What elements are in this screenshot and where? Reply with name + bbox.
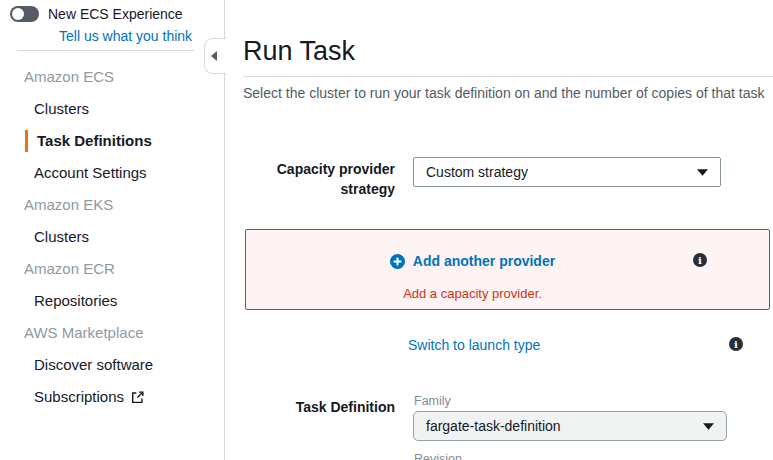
sidebar-item-label: Subscriptions	[34, 381, 124, 413]
family-value: fargate-task-definition	[426, 418, 561, 434]
capacity-strategy-dropdown[interactable]: Custom strategy	[413, 157, 721, 187]
switch-to-launch-type-link[interactable]: Switch to launch type	[408, 337, 540, 353]
feedback-link[interactable]: Tell us what you think	[59, 28, 192, 44]
info-icon[interactable]: i	[693, 253, 707, 267]
sidebar-item-label: Account Settings	[34, 157, 147, 189]
revision-caption: Revision	[414, 452, 462, 460]
sidebar-nav: Amazon ECS Clusters Task Definitions Acc…	[0, 61, 223, 413]
new-experience-toggle[interactable]	[10, 6, 39, 22]
caret-down-icon	[697, 169, 708, 176]
info-icon[interactable]: i	[729, 337, 743, 351]
sidebar-item-repositories[interactable]: Repositories	[0, 285, 223, 317]
capacity-provider-error-box: Add another provider i Add a capacity pr…	[245, 229, 770, 310]
plus-circle-icon	[390, 254, 405, 269]
toggle-knob	[12, 8, 24, 20]
nav-header-amazon-eks: Amazon EKS	[0, 189, 223, 221]
title-divider	[243, 76, 773, 77]
sidebar-item-label: Repositories	[34, 285, 117, 317]
sidebar-item-label: Clusters	[34, 93, 89, 125]
svg-text:i: i	[698, 255, 702, 266]
sidebar-item-ecs-clusters[interactable]: Clusters	[0, 93, 223, 125]
sidebar: New ECS Experience Tell us what you thin…	[0, 0, 225, 460]
sidebar-divider	[17, 50, 194, 51]
main-content: Run Task Select the cluster to run your …	[226, 0, 773, 460]
family-dropdown[interactable]: fargate-task-definition	[413, 411, 727, 441]
active-indicator-bar	[25, 130, 28, 152]
page-description: Select the cluster to run your task defi…	[243, 85, 773, 101]
nav-header-aws-marketplace: AWS Marketplace	[0, 317, 223, 349]
svg-text:i: i	[734, 339, 738, 350]
capacity-provider-strategy-label: Capacity provider strategy	[226, 159, 395, 199]
caret-down-icon	[703, 423, 714, 430]
new-experience-toggle-row: New ECS Experience	[10, 6, 183, 22]
sidebar-item-account-settings[interactable]: Account Settings	[0, 157, 223, 189]
add-another-provider-link[interactable]: Add another provider	[246, 253, 699, 269]
external-link-icon	[131, 391, 144, 404]
capacity-strategy-value: Custom strategy	[426, 164, 528, 180]
task-definition-label: Task Definition	[226, 397, 395, 417]
error-message: Add a capacity provider.	[246, 286, 699, 301]
sidebar-collapse-button[interactable]	[204, 38, 226, 74]
new-experience-label: New ECS Experience	[48, 6, 183, 22]
chevron-left-icon	[211, 51, 217, 61]
page-title: Run Task	[243, 36, 355, 67]
add-another-provider-label: Add another provider	[413, 253, 555, 269]
sidebar-item-label: Discover software	[34, 349, 153, 381]
sidebar-item-eks-clusters[interactable]: Clusters	[0, 221, 223, 253]
sidebar-item-label: Task Definitions	[37, 125, 152, 157]
sidebar-item-task-definitions[interactable]: Task Definitions	[0, 125, 223, 157]
sidebar-item-discover-software[interactable]: Discover software	[0, 349, 223, 381]
nav-header-amazon-ecs: Amazon ECS	[0, 61, 223, 93]
sidebar-item-label: Clusters	[34, 221, 89, 253]
nav-header-amazon-ecr: Amazon ECR	[0, 253, 223, 285]
sidebar-item-subscriptions[interactable]: Subscriptions	[0, 381, 223, 413]
family-caption: Family	[414, 394, 451, 408]
